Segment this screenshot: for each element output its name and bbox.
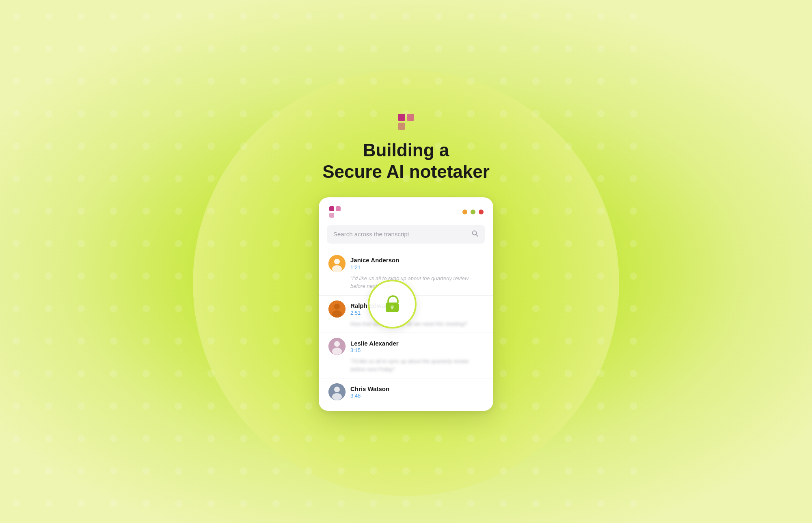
avatar-leslie — [328, 338, 346, 355]
search-bar-wrapper: Search across the transcript — [319, 225, 493, 250]
search-placeholder: Search across the transcript — [333, 231, 409, 238]
wc-dot-orange — [462, 210, 467, 214]
leslie-name: Leslie Alexander — [350, 339, 399, 348]
wc-dot-red — [479, 210, 484, 214]
janice-time: 1:21 — [350, 264, 399, 270]
transcript-item-leslie[interactable]: Leslie Alexander 3:15 "I'd like us all t… — [319, 333, 493, 378]
card-logo — [328, 205, 341, 218]
svg-rect-1 — [407, 114, 414, 121]
svg-rect-4 — [336, 206, 341, 211]
avatar-janice — [328, 255, 346, 272]
main-content: Building a Secure AI notetaker Search ac… — [319, 112, 493, 411]
wc-dot-green — [471, 210, 475, 214]
heading-line2: Secure AI notetaker — [322, 161, 490, 183]
transcript-item-chris[interactable]: Chris Watson 3:48 — [319, 378, 493, 408]
svg-point-13 — [332, 310, 342, 318]
avatar-chris — [328, 383, 346, 400]
svg-point-9 — [334, 259, 340, 264]
page-heading: Building a Secure AI notetaker — [322, 140, 490, 183]
heading-line1: Building a — [322, 140, 490, 161]
window-controls — [462, 210, 484, 214]
leslie-text: "I'd like us all to sync up about the qu… — [328, 357, 484, 373]
svg-point-15 — [334, 341, 340, 347]
svg-rect-2 — [398, 123, 405, 130]
chris-name: Chris Watson — [350, 385, 389, 393]
page-logo — [396, 112, 416, 133]
svg-rect-3 — [329, 206, 334, 211]
avatar-ralph — [328, 300, 346, 318]
app-card: Search across the transcript — [319, 197, 493, 411]
chris-time: 3:48 — [350, 393, 389, 399]
lock-icon — [382, 294, 403, 315]
lock-overlay — [368, 280, 417, 328]
svg-point-18 — [334, 387, 340, 392]
search-icon — [471, 230, 479, 239]
svg-line-7 — [476, 234, 478, 236]
svg-rect-0 — [398, 114, 405, 121]
svg-point-19 — [332, 393, 342, 400]
janice-name: Janice Anderson — [350, 256, 399, 264]
svg-point-16 — [332, 348, 342, 355]
svg-rect-5 — [329, 213, 334, 218]
transcript-list: Janice Anderson 1:21 "I'd like us all to… — [319, 250, 493, 411]
card-header — [319, 197, 493, 225]
search-bar[interactable]: Search across the transcript — [327, 225, 485, 244]
svg-point-12 — [334, 304, 340, 309]
svg-rect-22 — [391, 307, 393, 309]
leslie-time: 3:15 — [350, 347, 399, 353]
